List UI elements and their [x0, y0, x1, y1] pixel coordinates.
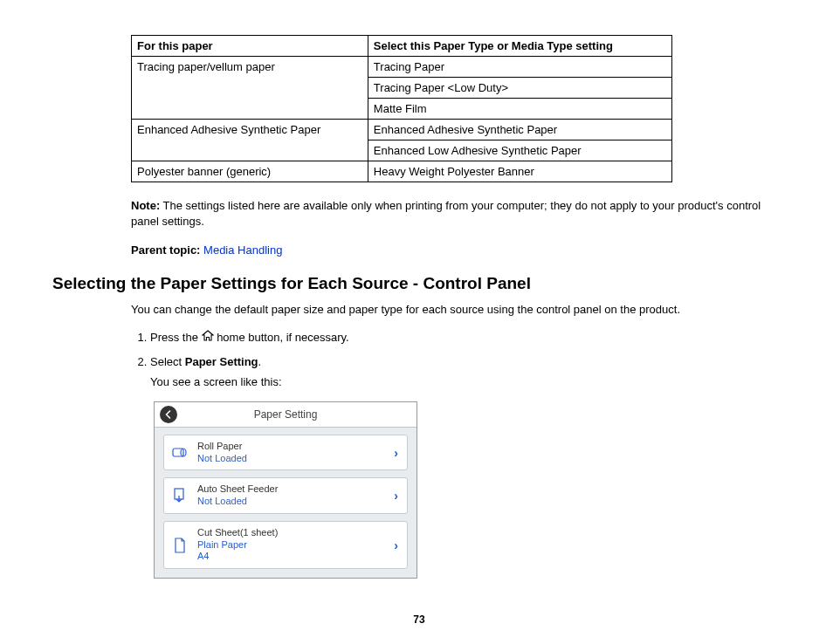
paper-setting-item-roll[interactable]: Roll Paper Not Loaded › — [163, 435, 408, 471]
paper-setting-item-feeder[interactable]: Auto Sheet Feeder Not Loaded › — [163, 477, 408, 514]
table-cell: Enhanced Adhesive Synthetic Paper — [368, 120, 671, 140]
item-title: Roll Paper — [197, 441, 247, 453]
table-header: For this paper — [132, 36, 368, 57]
table-cell: Tracing Paper — [368, 57, 671, 78]
page-number: 73 — [52, 613, 786, 626]
table-cell: Tracing paper/vellum paper — [132, 57, 368, 120]
step-1: Press the home button, if necessary. — [150, 329, 786, 346]
section-heading: Selecting the Paper Settings for Each So… — [52, 274, 786, 293]
screen-caption: You see a screen like this: — [150, 373, 786, 391]
paper-type-table: For this paper Select this Paper Type or… — [131, 35, 672, 182]
roll-paper-icon — [171, 444, 189, 462]
table-cell: Enhanced Low Adhesive Synthetic Paper — [368, 140, 671, 161]
chevron-right-icon: › — [394, 487, 398, 505]
steps-list: Press the home button, if necessary. Sel… — [131, 329, 786, 579]
table-cell: Matte Film — [368, 99, 671, 120]
back-button[interactable] — [160, 406, 177, 423]
note-text: Note: The settings listed here are avail… — [131, 198, 786, 230]
screen-title: Paper Setting — [155, 407, 416, 422]
intro-text: You can change the default paper size an… — [131, 302, 786, 318]
chevron-right-icon: › — [394, 536, 398, 554]
parent-topic-label: Parent topic: — [131, 243, 203, 257]
table-cell: Heavy Weight Polyester Banner — [368, 161, 671, 182]
table-cell: Polyester banner (generic) — [132, 161, 368, 182]
table-header: Select this Paper Type or Media Type set… — [368, 36, 671, 57]
printer-screen: Paper Setting Roll Paper Not Loaded › — [154, 401, 417, 579]
parent-topic: Parent topic: Media Handling — [131, 243, 786, 257]
paper-setting-item-cutsheet[interactable]: Cut Sheet(1 sheet) Plain Paper A4 › — [163, 521, 408, 569]
parent-topic-link[interactable]: Media Handling — [203, 243, 282, 257]
table-cell: Enhanced Adhesive Synthetic Paper — [132, 120, 368, 161]
step-2: Select Paper Setting. You see a screen l… — [150, 353, 786, 579]
home-icon — [202, 329, 214, 346]
item-status: Not Loaded — [197, 496, 278, 508]
note-body: The settings listed here are available o… — [131, 199, 761, 228]
table-cell: Tracing Paper <Low Duty> — [368, 78, 671, 99]
cut-sheet-icon — [171, 537, 189, 554]
item-title: Auto Sheet Feeder — [197, 483, 278, 496]
item-status: Not Loaded — [197, 453, 247, 465]
sheet-feeder-icon — [171, 487, 189, 504]
item-title: Cut Sheet(1 sheet) — [197, 527, 278, 539]
screen-header: Paper Setting — [155, 402, 416, 428]
item-paper-size: A4 — [197, 551, 278, 563]
chevron-right-icon: › — [394, 443, 398, 462]
item-paper-type: Plain Paper — [197, 539, 278, 552]
note-label: Note: — [131, 199, 160, 212]
